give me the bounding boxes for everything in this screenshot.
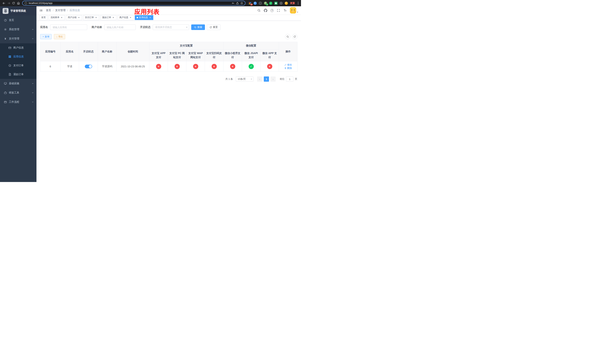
extension-profile-icon[interactable]: 1 xyxy=(264,2,267,5)
tab-merchant-info[interactable]: 商户信息 × xyxy=(118,15,134,20)
col-header-alipay-app: 支付宝 APP 支付 xyxy=(149,49,168,61)
extensions-area: 10 1 ✓ xyxy=(248,2,288,5)
browser-menu-icon[interactable] xyxy=(297,1,300,5)
tab-label: 流程表单 xyxy=(51,16,59,19)
export-button[interactable]: ↓ 导出 xyxy=(54,34,65,39)
sidebar-item-home[interactable]: 首页 xyxy=(0,16,36,25)
close-icon[interactable]: × xyxy=(129,16,132,19)
next-page-button[interactable]: › xyxy=(270,76,276,82)
tab-refund-orders[interactable]: 退款订单 × xyxy=(100,15,117,20)
tab-pay-orders[interactable]: 支付订单 × xyxy=(83,15,99,20)
sidebar-item-label: 工作流程 xyxy=(9,100,19,104)
search-icon xyxy=(194,26,196,29)
font-size-icon[interactable] xyxy=(283,9,287,12)
tab-user-group[interactable]: 用户分组 × xyxy=(66,15,82,20)
fullscreen-icon[interactable] xyxy=(277,9,280,12)
user-avatar[interactable]: ▾ xyxy=(290,7,298,13)
wx-jsapi-status-icon: ✓ xyxy=(249,64,254,69)
sidebar-item-system[interactable]: 系统管理 xyxy=(0,25,36,34)
browser-back-button[interactable] xyxy=(1,1,6,6)
col-header-app-id: 应用编号 xyxy=(40,42,61,61)
close-icon[interactable]: × xyxy=(112,16,115,19)
sidebar-item-label: 商户信息 xyxy=(13,46,24,49)
extension-icon-gray[interactable] xyxy=(280,2,283,5)
close-icon[interactable]: × xyxy=(149,16,151,19)
github-icon[interactable] xyxy=(264,9,267,12)
page-size-select[interactable]: 10条/页 ▾ xyxy=(236,76,253,82)
browser-home-button[interactable] xyxy=(16,1,21,6)
chevron-down-icon xyxy=(32,92,34,94)
address-bar[interactable]: i localhost:1024/pay/app xyxy=(22,1,246,6)
status-select[interactable]: 请选择开启状态 ▾ xyxy=(153,24,189,30)
sidebar-item-pay-orders[interactable]: 支付订单 xyxy=(0,61,36,70)
alipay-wap-status-icon: × xyxy=(193,64,198,69)
sidebar-item-label: 基础设施 xyxy=(9,82,19,85)
browser-refresh-button[interactable] xyxy=(11,1,16,6)
goto-page-input[interactable] xyxy=(286,76,293,82)
prev-page-button[interactable]: ‹ xyxy=(257,76,262,82)
page-number-button[interactable]: 1 xyxy=(264,76,269,82)
app-table: 应用编号 应用名 开启状态 商户名称 创建时间 支付宝配置 微信配置 操作 支付… xyxy=(40,42,298,72)
edit-label: 修改 xyxy=(287,63,292,66)
share-icon[interactable] xyxy=(236,2,239,5)
close-icon[interactable]: × xyxy=(95,16,97,19)
chevron-down-icon xyxy=(32,101,34,103)
toolbar: + 新增 ↓ 导出 xyxy=(40,34,297,39)
reset-button[interactable]: 重置 xyxy=(207,24,220,30)
merchant-name-input[interactable] xyxy=(104,24,136,30)
refresh-table-button[interactable] xyxy=(292,34,297,39)
page-number: 1 xyxy=(266,78,267,81)
extension-badge-green: 1 xyxy=(266,3,268,6)
extension-icon-dark[interactable] xyxy=(259,2,262,5)
app-name-input[interactable] xyxy=(50,24,87,30)
col-header-alipay-wap: 支付宝 WAP 网站支付 xyxy=(186,49,205,61)
col-header-wx-lite: 微信小程序支付 xyxy=(224,49,242,61)
status-toggle[interactable] xyxy=(85,65,92,68)
breadcrumb-home[interactable]: 首页 xyxy=(46,9,51,12)
sidebar-item-infrastructure[interactable]: 基础设施 xyxy=(0,79,36,88)
header-search-icon[interactable] xyxy=(257,9,261,12)
extension-icon-apps[interactable]: 10 xyxy=(248,2,252,5)
wx-app-status-icon: × xyxy=(267,64,272,69)
search-button[interactable]: 搜索 xyxy=(191,24,205,30)
site-info-icon[interactable]: i xyxy=(24,2,27,5)
tab-app-info[interactable]: 应用信息 × xyxy=(135,15,153,20)
close-icon[interactable]: × xyxy=(60,16,63,19)
extension-icon-check[interactable]: ✓ xyxy=(269,2,272,5)
sidebar-collapse-button[interactable] xyxy=(39,9,43,12)
chevron-up-icon xyxy=(32,38,34,40)
password-key-icon[interactable] xyxy=(232,2,235,5)
extension-icon-chat[interactable] xyxy=(274,2,278,5)
sidebar-item-label: 首页 xyxy=(9,19,14,22)
merchant-name-label: 商户名称 xyxy=(92,26,102,29)
sidebar-item-workflow[interactable]: 工作流程 xyxy=(0,97,36,107)
sidebar-item-refund-orders[interactable]: 退款订单 xyxy=(0,70,36,79)
status-label: 开启状态 xyxy=(140,26,150,29)
sidebar-item-dev-tools[interactable]: 研发工具 xyxy=(0,88,36,97)
top-navbar: 首页 / 支付管理 / 应用信息 ? xyxy=(36,6,301,14)
browser-update-button[interactable]: 更新 xyxy=(290,1,295,5)
sidebar-item-app-info[interactable]: 应用信息 xyxy=(0,52,36,61)
export-button-label: 导出 xyxy=(58,35,63,38)
active-dot xyxy=(137,17,138,18)
add-button[interactable]: + 新增 xyxy=(40,34,52,39)
tab-home[interactable]: 首页 xyxy=(39,15,48,20)
delete-button[interactable]: 删除 xyxy=(284,66,292,70)
sidebar-item-payment[interactable]: ¥ 支付管理 xyxy=(0,34,36,43)
extension-icon-blue[interactable] xyxy=(254,2,257,5)
sidebar-item-merchant-info[interactable]: 商户信息 xyxy=(0,43,36,52)
close-icon[interactable]: × xyxy=(77,16,80,19)
credit-card-icon xyxy=(8,46,11,49)
bookmark-star-icon[interactable] xyxy=(240,2,243,5)
tab-process-form[interactable]: 流程表单 × xyxy=(49,15,65,20)
help-icon[interactable]: ? xyxy=(270,9,274,12)
monitor-icon xyxy=(4,82,7,85)
refresh-icon xyxy=(12,2,15,5)
edit-button[interactable]: 修改 xyxy=(284,63,292,66)
breadcrumb-payment[interactable]: 支付管理 xyxy=(55,9,65,12)
toggle-search-button[interactable] xyxy=(285,34,290,39)
browser-forward-button[interactable] xyxy=(6,1,11,6)
app-logo-row: 芋道管理系统 xyxy=(0,6,36,16)
sidebar-item-label: 系统管理 xyxy=(9,28,19,31)
browser-profile-avatar[interactable] xyxy=(285,2,288,5)
